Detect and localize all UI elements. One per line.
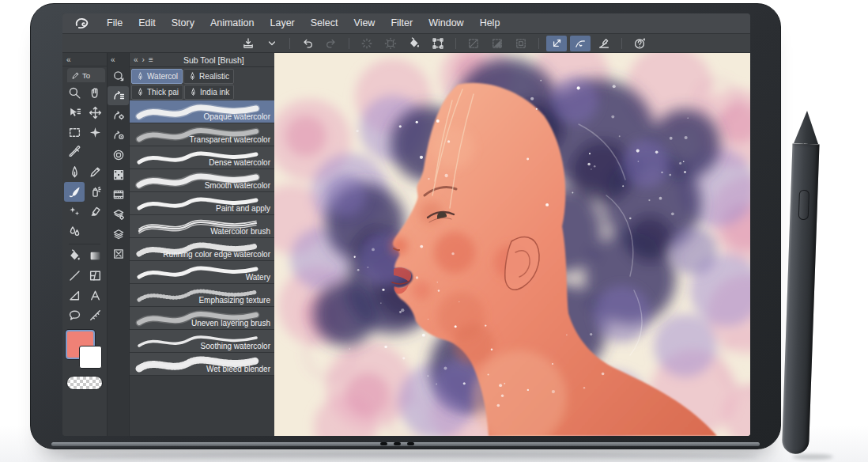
tool-pencil-button[interactable] — [85, 162, 105, 182]
palette-layer-button[interactable] — [108, 225, 129, 244]
brush-item[interactable]: Opaque watercolor — [130, 100, 274, 123]
pen-icon — [189, 88, 198, 97]
collapse-tools-button[interactable]: « — [66, 55, 71, 64]
cmd-fill-button[interactable] — [404, 36, 425, 51]
menu-window[interactable]: Window — [421, 13, 471, 33]
tool-polyline-button[interactable] — [64, 286, 85, 305]
tool-fill-button[interactable] — [64, 246, 85, 266]
cmd-redo-button[interactable] — [321, 36, 342, 51]
tool-balloon-button[interactable] — [64, 305, 85, 325]
palette-material-button[interactable] — [108, 244, 129, 263]
menu-filter[interactable]: Filter — [383, 13, 421, 33]
brush-item[interactable]: Uneven layering brush — [130, 307, 274, 330]
tool-spacer — [85, 222, 105, 241]
brush-item[interactable]: Soothing watercolor — [130, 330, 274, 353]
tool-zoom-button[interactable] — [64, 83, 85, 103]
tool-ruler-button[interactable] — [85, 305, 105, 325]
frame-icon — [89, 269, 102, 282]
tool-decoration-button[interactable] — [64, 202, 85, 222]
panel-menu-button[interactable]: ≡ — [149, 55, 153, 64]
palette-layer-property-button[interactable] — [108, 205, 129, 224]
brush-item[interactable]: Watery — [130, 261, 274, 284]
palette-sub-tool-button[interactable] — [108, 86, 129, 105]
subtool-tab-india-ink[interactable]: India ink — [184, 85, 234, 100]
tool-eraser-button[interactable] — [85, 202, 105, 222]
panel-forward-button[interactable]: › — [142, 55, 145, 64]
brush-item-label: Smooth watercolor — [205, 181, 270, 190]
tool-pen-button[interactable] — [64, 162, 85, 182]
tool-move-button[interactable] — [85, 103, 105, 123]
select-area-icon — [384, 37, 397, 50]
palette-timeline-button[interactable] — [108, 185, 129, 204]
brush-item[interactable]: Transparent watercolor — [130, 123, 274, 146]
ruler-icon — [89, 309, 102, 322]
canvas-artwork[interactable] — [274, 53, 750, 436]
tab-tool[interactable]: To — [67, 68, 105, 82]
tool-operation-button[interactable] — [64, 103, 85, 123]
subtool-tab-watercol[interactable]: Watercol — [131, 69, 183, 84]
menu-story[interactable]: Story — [164, 13, 202, 33]
decoration-icon — [68, 205, 81, 218]
brush-icon — [68, 185, 81, 199]
brush-item[interactable]: Watercolor brush — [130, 215, 274, 238]
cmd-snap-special-ruler-button[interactable] — [570, 36, 591, 51]
cmd-chevron-down-button[interactable] — [262, 36, 282, 51]
tool-marquee-button[interactable] — [64, 123, 85, 142]
palette-brush-size-button[interactable] — [108, 126, 129, 145]
brush-item[interactable]: Running color edge watercolor — [130, 238, 274, 261]
menu-view[interactable]: View — [346, 13, 383, 33]
brush-item-label: Watercolor brush — [210, 227, 270, 236]
brush-item[interactable]: Paint and apply — [130, 192, 274, 215]
palette-quick-access-button[interactable] — [108, 66, 129, 85]
subtool-tab-thick-pai[interactable]: Thick pai — [131, 85, 183, 100]
pen-icon — [68, 165, 81, 179]
cmd-select-area-button[interactable] — [380, 36, 401, 51]
pen-icon — [136, 88, 145, 97]
cmd-snap-ruler-button[interactable] — [546, 36, 567, 51]
brush-item[interactable]: Emphasizing texture — [130, 284, 274, 307]
cmd-undo-button[interactable] — [297, 36, 318, 51]
brush-size-icon — [112, 129, 125, 142]
tool-frame-button[interactable] — [85, 266, 105, 286]
cmd-clear-button[interactable] — [463, 36, 484, 51]
quick-access-icon — [112, 70, 125, 82]
subtool-tab-realistic[interactable]: Realistic — [183, 69, 234, 84]
tool-brush-button[interactable] — [64, 182, 85, 202]
brush-item[interactable]: Smooth watercolor — [130, 169, 274, 192]
transparent-color-swatch[interactable] — [66, 376, 103, 390]
cmd-selection-border-button[interactable] — [511, 36, 531, 51]
brush-item[interactable]: Wet bleed blender — [130, 353, 274, 376]
cmd-clear-outside-button[interactable] — [487, 36, 508, 51]
palette-color-set-button[interactable] — [108, 165, 129, 184]
palette-tool-property-button[interactable] — [108, 106, 129, 125]
menu-file[interactable]: File — [99, 13, 130, 33]
tool-blend-button[interactable] — [64, 222, 85, 241]
cmd-save-button[interactable] — [238, 36, 259, 51]
cmd-help-button[interactable] — [629, 36, 650, 51]
cmd-transform-button[interactable] — [428, 36, 448, 51]
tool-text-button[interactable] — [85, 286, 105, 305]
collapse-palettes-button[interactable]: « — [111, 55, 115, 64]
tool-airbrush-button[interactable] — [85, 182, 105, 202]
cmd-rotate-reset-button[interactable] — [357, 36, 377, 51]
tool-wand-button[interactable] — [85, 123, 105, 142]
cmd-snap-grid-button[interactable] — [594, 36, 614, 51]
subtool-panel-title: Sub Tool [Brush] — [157, 55, 270, 65]
menu-edit[interactable]: Edit — [130, 13, 164, 33]
tool-gradient-button[interactable] — [85, 246, 105, 266]
tablet-reflection — [63, 453, 757, 460]
sub-color-swatch[interactable] — [79, 346, 102, 369]
tool-hand-button[interactable] — [85, 83, 105, 103]
menu-help[interactable]: Help — [472, 13, 508, 33]
menu-layer[interactable]: Layer — [262, 13, 302, 33]
tool-eyedropper-button[interactable] — [64, 142, 85, 162]
panel-back-button[interactable]: « — [134, 55, 138, 64]
selection-border-icon — [515, 37, 527, 50]
brush-item[interactable]: Dense watercolor — [130, 146, 274, 169]
menu-select[interactable]: Select — [303, 13, 346, 33]
artwork-image — [274, 53, 750, 436]
fill-icon — [68, 249, 81, 263]
palette-color-wheel-button[interactable] — [108, 146, 129, 165]
menu-animation[interactable]: Animation — [202, 13, 262, 33]
tool-figure-button[interactable] — [64, 266, 85, 286]
